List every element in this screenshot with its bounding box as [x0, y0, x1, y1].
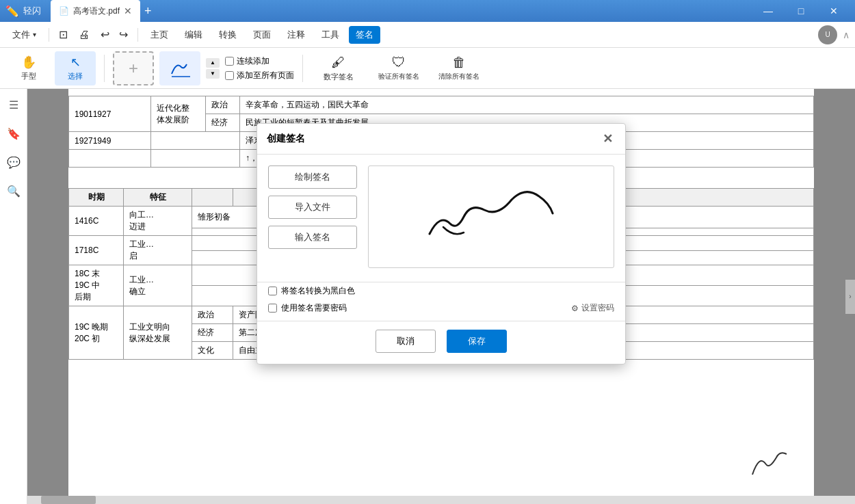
select-tool[interactable]: ↖ 选择	[55, 51, 96, 85]
left-sidebar: ☰ 🔖 💬 🔍	[0, 89, 27, 504]
create-signature-dialog: 创建签名 ✕ 绘制签名 导入文件 输入签名	[256, 123, 626, 364]
digital-sign-label: 数字签名	[324, 72, 354, 82]
menu-tools[interactable]: 工具	[315, 26, 346, 44]
import-file-button[interactable]: 导入文件	[268, 196, 357, 219]
add-all-pages-input[interactable]	[225, 71, 234, 80]
new-tab-button[interactable]: +	[144, 4, 152, 18]
sign-toolbar: ✋ 手型 ↖ 选择 + ▲ ▼ 连续添加 添加至所有页面 🖋 数字签名	[0, 48, 855, 89]
dialog-body: 绘制签名 导入文件 输入签名	[257, 155, 625, 279]
toolbar-separator-2	[302, 55, 303, 82]
hand-icon: ✋	[21, 55, 36, 70]
tab-icon: 📄	[59, 6, 69, 16]
subject-cell-2: 经济	[206, 114, 240, 132]
maximize-button[interactable]: □	[785, 0, 817, 22]
sidebar-icon-comment[interactable]: 💬	[3, 152, 24, 172]
tab-pdf[interactable]: 📄 高考语文.pdf ✕	[51, 0, 140, 22]
menu-print[interactable]: 🖨	[75, 26, 94, 44]
gear-icon: ⚙	[571, 304, 579, 313]
content-area: 19011927 近代化整体发展阶 政治 辛亥革命，五四运动，国民大革命 经济 …	[27, 89, 855, 504]
title-bar: ✏️ 轻闪 📄 高考语文.pdf ✕ + — □ ✕	[0, 0, 855, 22]
continuous-add-checkbox[interactable]: 连续添加	[225, 55, 294, 67]
convert-bw-checkbox[interactable]	[268, 287, 277, 295]
use-password-label: 使用签名需要密码	[281, 302, 347, 314]
pdf-page: 19011927 近代化整体发展阶 政治 辛亥革命，五四运动，国民大革命 经济 …	[27, 89, 855, 504]
use-password-checkbox[interactable]	[268, 304, 277, 313]
set-password-button[interactable]: ⚙ 设置密码	[571, 302, 614, 314]
feature-cell-2: 工业…启	[124, 236, 192, 265]
signature-drawing	[402, 172, 580, 261]
add-signature-button[interactable]: +	[113, 51, 154, 85]
hand-tool[interactable]: ✋ 手型	[8, 51, 49, 85]
expand-icon[interactable]: ∧	[843, 29, 850, 40]
sidebar-icon-search[interactable]: 🔍	[3, 181, 24, 201]
tab-close-icon[interactable]: ✕	[124, 5, 132, 16]
save-button[interactable]: 保存	[447, 330, 507, 353]
subject-pol: 政治	[192, 306, 233, 324]
signature-preview-area	[368, 165, 614, 268]
empty-cat	[151, 150, 240, 168]
add-all-pages-checkbox[interactable]: 添加至所有页面	[225, 70, 294, 81]
horizontal-scrollbar[interactable]	[27, 496, 855, 504]
continuous-add-input[interactable]	[225, 57, 234, 66]
convert-bw-option[interactable]: 将签名转换为黑白色	[268, 285, 614, 297]
menu-home[interactable]: 主页	[144, 26, 175, 44]
scroll-up-button[interactable]: ▲	[206, 58, 220, 68]
existing-sig-svg	[711, 440, 800, 481]
subject-cell: 政治	[206, 96, 240, 114]
col-feature: 特征	[124, 189, 192, 207]
app-name: 轻闪	[23, 5, 41, 17]
dialog-title: 创建签名	[267, 133, 305, 145]
tab-label: 高考语文.pdf	[73, 5, 120, 17]
empty-cell	[151, 132, 240, 150]
select-icon: ↖	[70, 55, 81, 70]
input-signature-button[interactable]: 输入签名	[268, 226, 357, 249]
menu-right: U ∧	[818, 25, 850, 44]
dialog-close-button[interactable]: ✕	[599, 131, 616, 147]
clear-sign-icon: 🗑	[452, 55, 466, 70]
menu-sidebar-toggle[interactable]: ⊡	[55, 25, 72, 44]
scroll-down-button[interactable]: ▼	[206, 69, 220, 79]
verify-sign-icon: 🛡	[392, 55, 406, 70]
nav-arrow-right[interactable]: ›	[845, 280, 855, 314]
verify-sign-button[interactable]: 🛡 验证所有签名	[371, 51, 426, 85]
menu-convert[interactable]: 转换	[212, 26, 244, 44]
user-avatar[interactable]: U	[818, 25, 837, 44]
period-cell-4: 19C 晚期 20C 初	[69, 306, 124, 360]
menu-annotate[interactable]: 注释	[280, 26, 312, 44]
verify-sign-label: 验证所有签名	[378, 72, 419, 81]
period-cell-2: 1718C	[69, 236, 124, 265]
draw-signature-button[interactable]: 绘制签名	[268, 165, 357, 189]
feature-cell-4: 工业文明向纵深处发展	[124, 306, 192, 360]
menu-page[interactable]: 页面	[246, 26, 278, 44]
minimize-button[interactable]: —	[752, 0, 784, 22]
clear-sign-button[interactable]: 🗑 清除所有签名	[432, 51, 486, 85]
undo-redo-group: ↩ ↪	[96, 25, 132, 44]
dialog-options: 将签名转换为黑白色 使用签名需要密码 ⚙ 设置密码	[257, 285, 625, 321]
use-password-option[interactable]: 使用签名需要密码	[268, 302, 347, 314]
scrollbar-thumb[interactable]	[41, 496, 96, 504]
content-cell: 辛亥革命，五四运动，国民大革命	[240, 96, 814, 114]
digital-sign-icon: 🖋	[332, 55, 345, 70]
undo-button[interactable]: ↩	[96, 25, 114, 44]
app-icon: ✏️	[5, 5, 19, 18]
digital-sign-button[interactable]: 🖋 数字签名	[311, 51, 366, 85]
dialog-title-bar: 创建签名 ✕	[257, 124, 625, 155]
main-layout: ☰ 🔖 💬 🔍 19011927 近代化整体发展阶 政治 辛亥革命，五四运动，国…	[0, 89, 855, 504]
menu-separator	[49, 28, 49, 42]
existing-signature	[711, 440, 800, 483]
cancel-button[interactable]: 取消	[376, 330, 436, 353]
window-controls: — □ ✕	[752, 0, 850, 22]
feature-cell-3: 工业…确立	[124, 265, 192, 306]
sidebar-icon-bookmark[interactable]: 🔖	[3, 123, 24, 144]
sidebar-icon-menu[interactable]: ☰	[3, 94, 24, 115]
menu-edit[interactable]: 编辑	[178, 26, 209, 44]
menu-file[interactable]: 文件 ▾	[5, 26, 43, 44]
sign-tool-active[interactable]	[159, 51, 200, 85]
convert-bw-label: 将签名转换为黑白色	[281, 285, 355, 297]
password-row: 使用签名需要密码 ⚙ 设置密码	[268, 302, 614, 314]
subject-cul: 文化	[192, 342, 233, 360]
close-button[interactable]: ✕	[818, 0, 850, 22]
menu-sign[interactable]: 签名	[349, 26, 380, 44]
redo-button[interactable]: ↪	[115, 25, 132, 44]
set-password-label: 设置密码	[581, 302, 614, 314]
